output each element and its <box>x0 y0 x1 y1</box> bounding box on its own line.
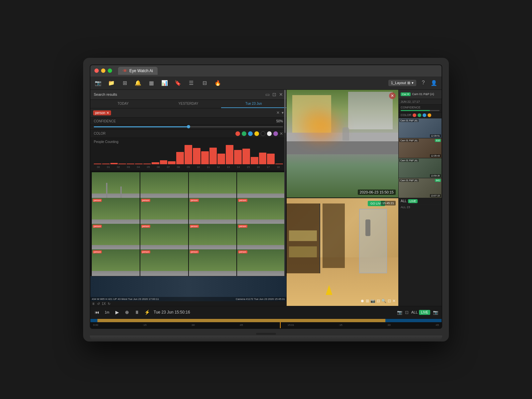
color-purple[interactable] <box>273 131 278 136</box>
top-camera-view: ✕ 2020-06-23 15:50:15 <box>287 90 398 198</box>
bar-14 <box>209 148 217 164</box>
display-icon[interactable]: ▦ <box>148 80 155 86</box>
user-icon[interactable]: 👤 <box>430 80 438 86</box>
close-button[interactable] <box>94 68 99 73</box>
sidebar-color-green[interactable] <box>418 113 421 117</box>
color-close-icon[interactable]: ✕ <box>280 131 283 136</box>
camera-icon[interactable]: 📷 <box>94 80 102 86</box>
color-green[interactable] <box>242 131 246 136</box>
camera-switch-icon[interactable]: 📷 <box>433 310 438 315</box>
sidebar-thumb-3[interactable]: 841 Cam 01 P&P (A) 13:07:15 <box>399 178 442 198</box>
help-icon[interactable]: ? <box>420 80 427 86</box>
color-white[interactable] <box>267 131 272 136</box>
bell-icon[interactable]: 🔔 <box>134 80 142 86</box>
live-badge[interactable]: LIVE <box>408 199 418 203</box>
sidebar-color-blue[interactable] <box>423 113 426 117</box>
tab-today[interactable]: TODAY <box>90 100 156 108</box>
maximize-button[interactable] <box>108 68 112 73</box>
search-title: Search results <box>94 92 117 96</box>
sidebar-thumb-2[interactable]: Cam 01 P&P (A) 13:59:35 <box>399 158 442 178</box>
skip-back-button[interactable]: ⏮ <box>94 310 100 315</box>
tl-label-3: :45 <box>239 324 243 327</box>
slider-thumb[interactable] <box>187 125 190 128</box>
layout-button[interactable]: 1_Layout ⊞ ▾ <box>388 80 416 86</box>
strip-overlay: 434 W 865 H 421 UP 43 West Tue Jun 23 20… <box>90 297 286 301</box>
strip-refresh-icon[interactable]: ↺ <box>97 302 100 306</box>
sidebar-color-red[interactable] <box>413 113 416 117</box>
remove-filter-icon[interactable]: ✕ <box>106 111 109 115</box>
thumbnail-15[interactable]: person 15:34:45 <box>237 249 285 276</box>
filter-clear-icon[interactable]: ✕ <box>276 110 280 115</box>
menu-icon[interactable]: ☰ <box>188 80 195 86</box>
confidence-slider[interactable] <box>90 125 286 130</box>
color-yellow[interactable] <box>254 131 259 136</box>
close-top-cam-icon[interactable]: ✕ <box>389 92 396 99</box>
toolbar-right: 1_Layout ⊞ ▾ ? 👤 <box>388 80 438 86</box>
sidebar-confidence: CONFIDENCE <box>399 105 442 112</box>
layout-grid-icon[interactable]: ⊟ <box>201 80 208 86</box>
sidebar-date: JUN 22, 17:17 <box>399 99 442 105</box>
filter-expand-icon[interactable]: ▾ <box>282 110 284 115</box>
sidebar-conf-slider[interactable] <box>401 110 440 111</box>
live-tag-right[interactable]: LIVE <box>419 310 430 315</box>
color-black[interactable] <box>261 131 265 136</box>
close-panel-icon[interactable]: ✕ <box>279 92 283 97</box>
filter-bar: person ✕ ✕ ▾ <box>90 108 286 118</box>
minimize-panel-icon[interactable]: ▭ <box>265 92 270 97</box>
sidebar-cam-label: Cam 01 P&P (A) <box>412 92 434 96</box>
thumbnail-13[interactable]: person 15:42:19 <box>140 249 188 276</box>
sidebar-thumb-label-1: Cam 01 P&P (A) <box>399 139 419 142</box>
thumb-badge-14: person <box>190 250 199 253</box>
thumbnail-12[interactable]: person 15:42:22 <box>92 249 140 276</box>
tl-label-4: 15:01 <box>288 324 294 327</box>
activity-icon: ⚡ <box>144 310 150 315</box>
thumb-badge-12: person <box>93 250 102 253</box>
chevron-down-icon: ▾ <box>412 81 414 85</box>
fire-icon[interactable]: 🔥 <box>214 80 221 86</box>
confidence-value: 50% <box>276 119 283 123</box>
strip-speed-label: 1X <box>102 302 106 306</box>
strip-loop-icon[interactable]: ↻ <box>108 302 110 306</box>
person-filter-tag[interactable]: person ✕ <box>93 110 111 115</box>
cam-ctrl-close-icon[interactable]: ✕ <box>392 299 396 303</box>
bookmark-icon[interactable]: 🔖 <box>174 80 182 86</box>
pause-button[interactable]: ⏸ <box>134 310 140 315</box>
cam-ctrl-fullscreen-icon[interactable]: ⊡ <box>388 299 391 303</box>
expand-panel-icon[interactable]: ⊡ <box>272 92 276 97</box>
timeline[interactable]: 9:00 :15 :30 :45 15:01 :15 :30 :45 <box>90 319 442 328</box>
camera-record-icon[interactable]: 📷 <box>397 310 402 315</box>
all-txt-label: ALL <box>411 310 418 314</box>
thumb-badge-4: person <box>93 199 102 202</box>
bar-10 <box>176 152 184 164</box>
sidebar-thumb-0[interactable]: Cam 01 P&P (A) 12:39:51 <box>399 118 442 138</box>
fullscreen-icon[interactable]: ⊡ <box>405 310 409 315</box>
cam-ctrl-grid-icon[interactable]: ⊞ <box>366 299 369 303</box>
sidebar-badge-3: 841 <box>435 179 441 182</box>
cam-ctrl-layout-icon[interactable]: ⊟ <box>377 299 380 303</box>
cam-ctrl-record-icon[interactable]: ⏺ <box>360 299 364 303</box>
chart-label-13: 13 <box>224 166 233 169</box>
bar-15 <box>217 154 225 164</box>
folder-icon[interactable]: 📁 <box>108 80 115 86</box>
sidebar-car-tag: Car ✕ <box>401 92 411 96</box>
thumbnail-14[interactable]: person 15:41:36 <box>189 249 237 276</box>
cam-ctrl-search-icon[interactable]: 🔍 <box>381 299 386 303</box>
chart-icon[interactable]: 📊 <box>161 80 168 86</box>
sidebar-color-yellow[interactable] <box>428 113 431 117</box>
add-camera-button[interactable]: ⊕ <box>124 310 130 315</box>
video-controls-strip: ⏸ ↺ 1X ↻ <box>90 301 286 306</box>
chart-label-15: 15 <box>244 166 253 169</box>
play-button[interactable]: ▶ <box>114 310 120 315</box>
strip-pause-icon[interactable]: ⏸ <box>92 302 95 306</box>
chart-label-12: 12 <box>214 166 223 169</box>
grid-icon[interactable]: ⊞ <box>121 80 128 86</box>
cam-ctrl-camera-icon[interactable]: 📷 <box>370 299 375 303</box>
sidebar-thumb-1[interactable]: 816 Cam 01 P&P (A) 12:35:43 <box>399 138 442 158</box>
tab-yesterday[interactable]: YESTERDAY <box>156 100 221 108</box>
color-red[interactable] <box>235 131 240 136</box>
color-blue[interactable] <box>248 131 253 136</box>
tab-custom-date[interactable]: Tue 23 Jun <box>221 100 286 108</box>
minimize-button[interactable] <box>101 68 105 73</box>
bar-4 <box>127 164 134 164</box>
app-tab[interactable]: 👁 Eye Watch Ai <box>118 67 158 75</box>
